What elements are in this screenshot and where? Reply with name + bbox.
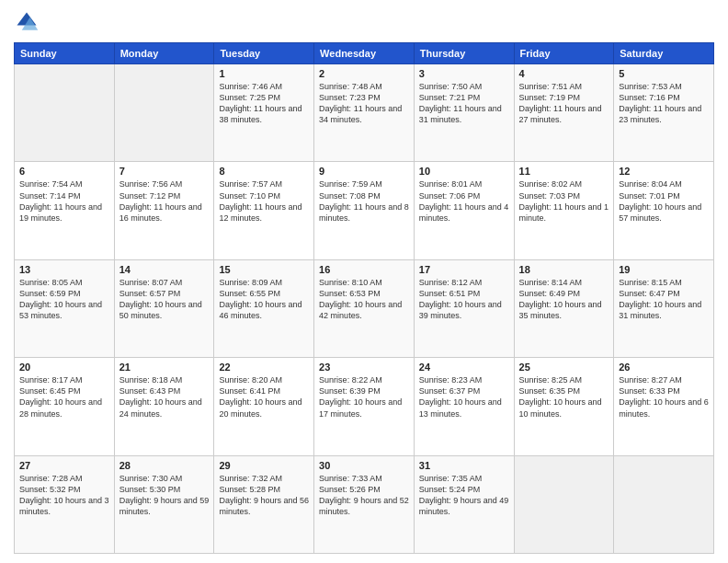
day-number: 27 xyxy=(19,460,109,471)
table-row: 26Sunrise: 8:27 AM Sunset: 6:33 PM Dayli… xyxy=(614,358,714,455)
day-detail: Sunrise: 7:28 AM Sunset: 5:32 PM Dayligh… xyxy=(19,473,109,518)
table-row: 17Sunrise: 8:12 AM Sunset: 6:51 PM Dayli… xyxy=(414,259,514,357)
table-row: 24Sunrise: 8:23 AM Sunset: 6:37 PM Dayli… xyxy=(414,358,514,455)
col-sunday: Sunday xyxy=(15,43,115,64)
day-number: 5 xyxy=(619,68,709,79)
day-number: 9 xyxy=(319,166,409,177)
day-number: 12 xyxy=(619,166,709,177)
table-row: 15Sunrise: 8:09 AM Sunset: 6:55 PM Dayli… xyxy=(214,259,314,357)
logo-icon xyxy=(14,9,40,35)
header-row: Sunday Monday Tuesday Wednesday Thursday… xyxy=(15,43,714,64)
col-wednesday: Wednesday xyxy=(314,43,415,64)
table-row: 23Sunrise: 8:22 AM Sunset: 6:39 PM Dayli… xyxy=(314,358,415,455)
day-detail: Sunrise: 8:27 AM Sunset: 6:33 PM Dayligh… xyxy=(619,374,709,419)
calendar-table: Sunday Monday Tuesday Wednesday Thursday… xyxy=(14,42,714,554)
table-row: 4Sunrise: 7:51 AM Sunset: 7:19 PM Daylig… xyxy=(514,64,614,162)
day-number: 19 xyxy=(619,264,709,275)
table-row: 25Sunrise: 8:25 AM Sunset: 6:35 PM Dayli… xyxy=(514,358,614,455)
day-detail: Sunrise: 8:01 AM Sunset: 7:06 PM Dayligh… xyxy=(419,178,509,224)
table-row: 29Sunrise: 7:32 AM Sunset: 5:28 PM Dayli… xyxy=(214,455,314,553)
table-row: 12Sunrise: 8:04 AM Sunset: 7:01 PM Dayli… xyxy=(614,162,714,259)
day-number: 7 xyxy=(119,166,210,177)
col-saturday: Saturday xyxy=(614,43,714,64)
day-number: 16 xyxy=(319,264,409,275)
day-detail: Sunrise: 8:05 AM Sunset: 6:59 PM Dayligh… xyxy=(19,277,109,322)
table-row: 3Sunrise: 7:50 AM Sunset: 7:21 PM Daylig… xyxy=(414,64,514,162)
table-row xyxy=(114,64,214,162)
day-detail: Sunrise: 8:09 AM Sunset: 6:55 PM Dayligh… xyxy=(219,277,309,322)
calendar-header: Sunday Monday Tuesday Wednesday Thursday… xyxy=(15,43,714,64)
table-row: 20Sunrise: 8:17 AM Sunset: 6:45 PM Dayli… xyxy=(15,358,115,455)
table-row: 13Sunrise: 8:05 AM Sunset: 6:59 PM Dayli… xyxy=(15,259,115,357)
day-number: 22 xyxy=(219,362,309,373)
day-number: 13 xyxy=(19,264,109,275)
day-number: 14 xyxy=(119,264,210,275)
day-number: 2 xyxy=(319,68,409,79)
table-row: 2Sunrise: 7:48 AM Sunset: 7:23 PM Daylig… xyxy=(314,64,415,162)
table-row: 10Sunrise: 8:01 AM Sunset: 7:06 PM Dayli… xyxy=(414,162,514,259)
col-friday: Friday xyxy=(514,43,614,64)
day-number: 15 xyxy=(219,264,309,275)
table-row: 14Sunrise: 8:07 AM Sunset: 6:57 PM Dayli… xyxy=(114,259,214,357)
day-number: 18 xyxy=(519,264,609,275)
day-detail: Sunrise: 8:22 AM Sunset: 6:39 PM Dayligh… xyxy=(319,374,409,419)
calendar-week-4: 27Sunrise: 7:28 AM Sunset: 5:32 PM Dayli… xyxy=(15,455,714,553)
day-detail: Sunrise: 7:32 AM Sunset: 5:28 PM Dayligh… xyxy=(219,473,309,518)
day-detail: Sunrise: 7:59 AM Sunset: 7:08 PM Dayligh… xyxy=(319,178,409,224)
day-detail: Sunrise: 8:20 AM Sunset: 6:41 PM Dayligh… xyxy=(219,374,309,419)
table-row: 1Sunrise: 7:46 AM Sunset: 7:25 PM Daylig… xyxy=(214,64,314,162)
table-row: 30Sunrise: 7:33 AM Sunset: 5:26 PM Dayli… xyxy=(314,455,415,553)
table-row: 6Sunrise: 7:54 AM Sunset: 7:14 PM Daylig… xyxy=(15,162,115,259)
day-number: 24 xyxy=(419,362,509,373)
table-row xyxy=(15,64,115,162)
day-number: 3 xyxy=(419,68,509,79)
day-number: 6 xyxy=(19,166,109,177)
table-row: 27Sunrise: 7:28 AM Sunset: 5:32 PM Dayli… xyxy=(15,455,115,553)
calendar-week-3: 20Sunrise: 8:17 AM Sunset: 6:45 PM Dayli… xyxy=(15,358,714,455)
table-row: 5Sunrise: 7:53 AM Sunset: 7:16 PM Daylig… xyxy=(614,64,714,162)
table-row: 22Sunrise: 8:20 AM Sunset: 6:41 PM Dayli… xyxy=(214,358,314,455)
day-detail: Sunrise: 8:10 AM Sunset: 6:53 PM Dayligh… xyxy=(319,277,409,322)
calendar-week-0: 1Sunrise: 7:46 AM Sunset: 7:25 PM Daylig… xyxy=(15,64,714,162)
day-number: 21 xyxy=(119,362,210,373)
day-detail: Sunrise: 7:54 AM Sunset: 7:14 PM Dayligh… xyxy=(19,178,109,224)
day-number: 4 xyxy=(519,68,609,79)
day-number: 31 xyxy=(419,460,509,471)
day-detail: Sunrise: 8:25 AM Sunset: 6:35 PM Dayligh… xyxy=(519,374,609,419)
day-number: 11 xyxy=(519,166,609,177)
calendar-body: 1Sunrise: 7:46 AM Sunset: 7:25 PM Daylig… xyxy=(15,64,714,554)
calendar-week-1: 6Sunrise: 7:54 AM Sunset: 7:14 PM Daylig… xyxy=(15,162,714,259)
day-number: 26 xyxy=(619,362,709,373)
table-row: 16Sunrise: 8:10 AM Sunset: 6:53 PM Dayli… xyxy=(314,259,415,357)
table-row: 9Sunrise: 7:59 AM Sunset: 7:08 PM Daylig… xyxy=(314,162,415,259)
day-detail: Sunrise: 7:33 AM Sunset: 5:26 PM Dayligh… xyxy=(319,473,409,518)
table-row: 7Sunrise: 7:56 AM Sunset: 7:12 PM Daylig… xyxy=(114,162,214,259)
table-row xyxy=(614,455,714,553)
day-detail: Sunrise: 8:14 AM Sunset: 6:49 PM Dayligh… xyxy=(519,277,609,322)
calendar-week-2: 13Sunrise: 8:05 AM Sunset: 6:59 PM Dayli… xyxy=(15,259,714,357)
day-number: 8 xyxy=(219,166,309,177)
table-row: 31Sunrise: 7:35 AM Sunset: 5:24 PM Dayli… xyxy=(414,455,514,553)
logo xyxy=(14,9,43,35)
table-row: 21Sunrise: 8:18 AM Sunset: 6:43 PM Dayli… xyxy=(114,358,214,455)
day-number: 17 xyxy=(419,264,509,275)
col-tuesday: Tuesday xyxy=(214,43,314,64)
day-number: 10 xyxy=(419,166,509,177)
col-monday: Monday xyxy=(114,43,214,64)
day-number: 1 xyxy=(219,68,309,79)
col-thursday: Thursday xyxy=(414,43,514,64)
table-row: 18Sunrise: 8:14 AM Sunset: 6:49 PM Dayli… xyxy=(514,259,614,357)
table-row: 11Sunrise: 8:02 AM Sunset: 7:03 PM Dayli… xyxy=(514,162,614,259)
day-detail: Sunrise: 7:56 AM Sunset: 7:12 PM Dayligh… xyxy=(119,178,210,224)
day-detail: Sunrise: 8:04 AM Sunset: 7:01 PM Dayligh… xyxy=(619,178,709,224)
day-detail: Sunrise: 8:15 AM Sunset: 6:47 PM Dayligh… xyxy=(619,277,709,322)
day-detail: Sunrise: 7:51 AM Sunset: 7:19 PM Dayligh… xyxy=(519,81,609,126)
table-row: 28Sunrise: 7:30 AM Sunset: 5:30 PM Dayli… xyxy=(114,455,214,553)
day-detail: Sunrise: 7:46 AM Sunset: 7:25 PM Dayligh… xyxy=(219,81,309,126)
day-detail: Sunrise: 7:53 AM Sunset: 7:16 PM Dayligh… xyxy=(619,81,709,126)
day-number: 28 xyxy=(119,460,210,471)
day-number: 25 xyxy=(519,362,609,373)
page: Sunday Monday Tuesday Wednesday Thursday… xyxy=(0,0,728,563)
day-number: 23 xyxy=(319,362,409,373)
day-number: 30 xyxy=(319,460,409,471)
